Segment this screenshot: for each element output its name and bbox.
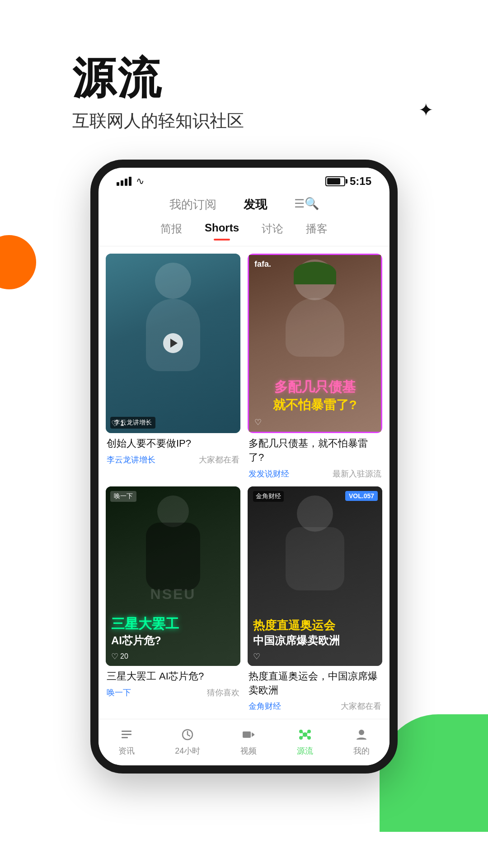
status-bar: ∿ 5:15 <box>99 168 389 188</box>
svg-line-12 <box>306 732 308 734</box>
status-right: 5:15 <box>325 175 371 188</box>
like-count-4: ♡ <box>253 651 260 661</box>
top-nav: 我的订阅 发现 ☰🔍 <box>99 188 389 216</box>
channel-name-4[interactable]: 金角财经 <box>249 701 281 712</box>
video-grid: 李云龙讲增长 ♡ 1 创始人要不要做IP? 李云龙讲增长 大家都在看 <box>99 246 389 719</box>
24h-label: 24小时 <box>175 745 200 756</box>
channel-name-1[interactable]: 李云龙讲增长 <box>107 454 155 465</box>
meta-tag-4: 大家都在看 <box>341 701 381 712</box>
bottom-tab-news[interactable]: 资讯 <box>118 726 135 756</box>
video-card-4[interactable]: 金角财经 VOL.057 热度直逼奥运会 中国凉席爆卖欧洲 ♡ <box>248 486 382 712</box>
video-thumb-3[interactable]: NSEU 唤一下 三星大罢工 AI芯片危? ♡ 20 <box>106 486 240 666</box>
like-count-1: ♡ 1 <box>111 419 124 429</box>
news-label: 资讯 <box>118 745 135 756</box>
svg-line-13 <box>302 736 304 737</box>
news-icon <box>118 726 135 743</box>
overlay-4: 热度直逼奥运会 中国凉席爆卖欧洲 <box>253 618 377 648</box>
video-title-2: 多配几只债基，就不怕暴雷了? <box>249 437 381 465</box>
phone-mockup: ∿ 5:15 我的订阅 发现 ☰🔍 简报 Shorts 讨论 播客 <box>0 160 488 774</box>
tab-podcast[interactable]: 播客 <box>306 222 328 241</box>
svg-rect-0 <box>122 731 131 732</box>
tab-brief[interactable]: 简报 <box>160 222 182 241</box>
yuanliu-label: 源流 <box>297 745 313 756</box>
overlay-3: 三星大罢工 AI芯片危? <box>111 615 235 648</box>
page-header: 源流 互联网人的轻知识社区 <box>0 0 488 132</box>
video-thumb-1[interactable]: 李云龙讲增长 ♡ 1 <box>106 254 240 433</box>
nav-discover[interactable]: 发现 <box>244 197 267 216</box>
svg-rect-1 <box>122 734 131 735</box>
svg-line-14 <box>306 736 308 737</box>
tab-shorts[interactable]: Shorts <box>205 222 239 241</box>
video-meta-4: 金角财经 大家都在看 <box>249 701 381 712</box>
wifi-icon: ∿ <box>136 175 144 187</box>
like-count-3: ♡ 20 <box>111 651 128 661</box>
time-display: 5:15 <box>350 175 371 188</box>
user-icon <box>353 726 370 743</box>
play-button-1[interactable] <box>163 333 183 353</box>
vol-badge-4: VOL.057 <box>345 491 378 501</box>
video-title-3: 三星大罢工 AI芯片危? <box>107 670 239 684</box>
channel-name-2[interactable]: 发发说财经 <box>249 468 289 479</box>
video-info-4: 热度直逼奥运会，中国凉席爆卖欧洲 金角财经 大家都在看 <box>248 666 382 712</box>
bottom-tab-bar: 资讯 24小时 视频 <box>99 719 389 765</box>
source-logo-2: fafa. <box>254 259 271 269</box>
meta-tag-1: 大家都在看 <box>199 454 239 465</box>
bottom-tab-yuanliu[interactable]: 源流 <box>297 726 313 756</box>
video-card-3[interactable]: NSEU 唤一下 三星大罢工 AI芯片危? ♡ 20 <box>106 486 240 712</box>
video-card-1[interactable]: 李云龙讲增长 ♡ 1 创始人要不要做IP? 李云龙讲增长 大家都在看 <box>106 254 240 479</box>
video-meta-2: 发发说财经 最新入驻源流 <box>249 468 381 479</box>
video-meta-3: 唤一下 猜你喜欢 <box>107 687 239 698</box>
overlay-2: 多配几只债基 就不怕暴雷了? <box>249 378 381 414</box>
video-thumb-4[interactable]: 金角财经 VOL.057 热度直逼奥运会 中国凉席爆卖欧洲 ♡ <box>248 486 382 666</box>
phone-frame: ∿ 5:15 我的订阅 发现 ☰🔍 简报 Shorts 讨论 播客 <box>90 160 398 774</box>
like-count-2: ♡ <box>254 417 262 427</box>
battery-icon <box>325 176 345 186</box>
svg-point-9 <box>300 736 302 739</box>
svg-point-15 <box>359 730 364 735</box>
tab-discussion[interactable]: 讨论 <box>262 222 283 241</box>
video-info-2: 多配几只债基，就不怕暴雷了? 发发说财经 最新入驻源流 <box>248 433 382 479</box>
video-info-3: 三星大罢工 AI芯片危? 唤一下 猜你喜欢 <box>106 666 240 698</box>
nav-subscriptions[interactable]: 我的订阅 <box>169 197 216 216</box>
bottom-tab-video[interactable]: 视频 <box>240 726 257 756</box>
video-title-4: 热度直逼奥运会，中国凉席爆卖欧洲 <box>249 670 381 698</box>
source-logo-4: 金角财经 <box>253 491 284 502</box>
status-left: ∿ <box>117 175 144 187</box>
bottom-tab-mine[interactable]: 我的 <box>353 726 370 756</box>
app-subtitle: 互联网人的轻知识社区 <box>72 109 488 132</box>
tab-bar: 简报 Shorts 讨论 播客 <box>99 216 389 246</box>
clock-icon <box>179 726 196 743</box>
svg-rect-4 <box>243 731 251 738</box>
yuanliu-icon <box>297 726 313 743</box>
video-thumb-2[interactable]: fafa. 多配几只债基 就不怕暴雷了? ♡ <box>248 254 382 433</box>
video-card-2[interactable]: fafa. 多配几只债基 就不怕暴雷了? ♡ 多配几只债基，就不怕暴雷了? <box>248 254 382 479</box>
mine-label: 我的 <box>353 745 370 756</box>
svg-marker-5 <box>252 732 254 737</box>
video-title-1: 创始人要不要做IP? <box>107 437 239 451</box>
app-title: 源流 <box>72 54 488 102</box>
channel-badge-3: 唤一下 <box>110 491 136 502</box>
meta-tag-2: 最新入驻源流 <box>333 468 381 479</box>
svg-point-8 <box>308 730 310 733</box>
bottom-tab-24h[interactable]: 24小时 <box>175 726 200 756</box>
nseu-label: NSEU <box>150 585 196 602</box>
video-meta-1: 李云龙讲增长 大家都在看 <box>107 454 239 465</box>
channel-name-3[interactable]: 唤一下 <box>107 687 131 698</box>
meta-tag-3: 猜你喜欢 <box>207 687 239 698</box>
video-label: 视频 <box>240 745 257 756</box>
video-info-1: 创始人要不要做IP? 李云龙讲增长 大家都在看 <box>106 433 240 465</box>
svg-line-11 <box>302 732 304 734</box>
search-list-icon[interactable]: ☰🔍 <box>294 197 319 216</box>
signal-icon <box>117 177 131 186</box>
svg-rect-2 <box>122 737 128 738</box>
svg-point-10 <box>308 736 310 739</box>
svg-point-7 <box>300 730 302 733</box>
video-icon <box>240 726 257 743</box>
